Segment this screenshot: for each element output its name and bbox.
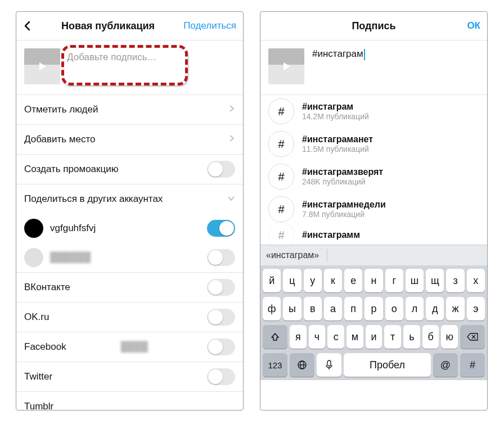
hash-icon: # — [268, 222, 294, 248]
share-button[interactable]: Поделиться — [183, 20, 236, 31]
hashtag-name: #инстаграмнедели — [302, 200, 386, 210]
caption-input[interactable]: Добавьте подпись… — [65, 48, 235, 84]
chevron-down-icon — [227, 193, 235, 205]
caption-input[interactable]: #инстаграм — [312, 48, 365, 84]
hash-icon: # — [268, 98, 294, 124]
key-ь[interactable]: ь — [403, 325, 420, 349]
hashtag-row[interactable]: # #инстаграмм — [260, 225, 487, 245]
hashtag-row[interactable]: # #инстаграмзверят248K публикаций — [260, 160, 487, 193]
hashtag-row[interactable]: # #инстаграмнедели7.8M публикаций — [260, 193, 487, 225]
media-thumbnail[interactable] — [24, 48, 60, 84]
hashtag-suggestions: # #инстаграм14.2M публикаций # #инстагра… — [260, 94, 487, 245]
key-ы[interactable]: ы — [283, 297, 301, 321]
header: Подпись ОК — [260, 12, 487, 40]
key-х[interactable]: х — [467, 269, 485, 292]
key-е[interactable]: е — [344, 269, 362, 292]
hashtag-name: #инстаграмм — [302, 230, 360, 240]
back-button[interactable] — [16, 17, 39, 35]
key-ж[interactable]: ж — [446, 297, 464, 321]
hashtag-row[interactable]: # #инстаграм14.2M публикаций — [260, 95, 487, 128]
key-р[interactable]: р — [364, 297, 382, 321]
key-н[interactable]: н — [364, 269, 382, 292]
svg-rect-7 — [327, 360, 331, 366]
network-toggle[interactable] — [207, 339, 235, 355]
text-cursor — [364, 49, 365, 60]
media-thumbnail[interactable] — [268, 48, 304, 84]
key-щ[interactable]: щ — [426, 269, 444, 292]
key-б[interactable]: б — [422, 325, 439, 349]
caption-placeholder: Добавьте подпись… — [65, 48, 235, 66]
account-toggle[interactable] — [207, 249, 235, 266]
shift-key[interactable] — [263, 325, 287, 349]
numbers-key[interactable]: 123 — [263, 353, 287, 377]
key-ц[interactable]: ц — [283, 269, 301, 292]
suggestion-word[interactable]: «инстаграм» — [266, 250, 319, 260]
key-т[interactable]: т — [384, 325, 401, 349]
chevron-right-icon — [228, 104, 235, 115]
hashtag-count: 7.8M публикаций — [302, 210, 386, 219]
hashtag-row[interactable]: # #инстаграманет11.5M публикаций — [260, 128, 487, 160]
row-label: Twitter — [24, 371, 52, 382]
create-promo-row: Создать промоакцию — [16, 154, 243, 184]
key-ч[interactable]: ч — [309, 325, 326, 349]
key-у[interactable]: у — [304, 269, 322, 292]
key-й[interactable]: й — [263, 269, 281, 292]
hash-key[interactable]: # — [460, 353, 485, 377]
hash-icon: # — [268, 196, 294, 222]
hash-icon: # — [268, 131, 294, 157]
space-key[interactable]: Пробел — [344, 353, 431, 377]
key-к[interactable]: к — [324, 269, 342, 292]
backspace-key[interactable] — [460, 325, 485, 349]
key-ш[interactable]: ш — [406, 269, 424, 292]
mic-key[interactable] — [317, 353, 341, 377]
network-row-facebook: Facebook ████ — [16, 332, 243, 362]
key-м[interactable]: м — [346, 325, 363, 349]
account-toggle[interactable] — [207, 220, 235, 237]
header-title: Новая публикация — [61, 20, 155, 32]
network-toggle[interactable] — [207, 368, 235, 385]
row-label: Facebook — [24, 341, 66, 353]
svg-marker-0 — [39, 62, 46, 70]
key-э[interactable]: э — [467, 297, 485, 321]
network-row-ok: OK.ru — [16, 302, 243, 332]
tag-people-row[interactable]: Отметить людей — [16, 94, 243, 124]
keyboard-row-3: ячсмитьбю — [263, 325, 485, 349]
keyboard-row-2: фывапролджэ — [263, 297, 485, 321]
caption-section: Добавьте подпись… — [16, 40, 243, 94]
keyboard-row-1: йцукенгшщзх — [263, 269, 485, 292]
network-toggle[interactable] — [207, 309, 235, 326]
key-л[interactable]: л — [406, 297, 424, 321]
key-в[interactable]: в — [304, 297, 322, 321]
keyboard-row-4: 123 Пробел @ # — [263, 353, 485, 377]
key-п[interactable]: п — [344, 297, 362, 321]
key-я[interactable]: я — [290, 325, 307, 349]
key-д[interactable]: д — [426, 297, 444, 321]
network-row-twitter: Twitter — [16, 362, 243, 391]
key-с[interactable]: с — [327, 325, 344, 349]
account-name-blurred: ██████ — [50, 252, 91, 263]
key-г[interactable]: г — [385, 269, 403, 292]
key-ю[interactable]: ю — [441, 325, 458, 349]
at-key[interactable]: @ — [433, 353, 458, 377]
network-row-vk: ВКонтакте — [16, 272, 243, 302]
key-и[interactable]: и — [366, 325, 382, 349]
network-toggle[interactable] — [207, 279, 235, 296]
key-о[interactable]: о — [385, 297, 403, 321]
row-label: Tumblr — [24, 401, 53, 411]
header-title: Подпись — [260, 20, 487, 32]
add-location-row[interactable]: Добавить место — [16, 124, 243, 154]
key-ф[interactable]: ф — [263, 297, 281, 321]
new-post-screen: Новая публикация Поделиться Добавьте под… — [16, 11, 244, 411]
ok-button[interactable]: ОК — [467, 20, 480, 31]
keyboard-suggestion-bar: «инстаграм» — [260, 245, 487, 265]
hashtag-count: 11.5M публикаций — [302, 145, 373, 154]
key-з[interactable]: з — [446, 269, 464, 292]
key-а[interactable]: а — [324, 297, 342, 321]
share-other-accounts-row[interactable]: Поделиться в других аккаунтах — [16, 184, 243, 214]
row-label: Поделиться в других аккаунтах — [24, 193, 163, 205]
row-label: Отметить людей — [24, 104, 98, 115]
globe-key[interactable] — [290, 353, 314, 377]
caption-section: #инстаграм — [260, 40, 487, 94]
promo-toggle[interactable] — [207, 161, 235, 178]
hash-icon: # — [268, 164, 294, 190]
